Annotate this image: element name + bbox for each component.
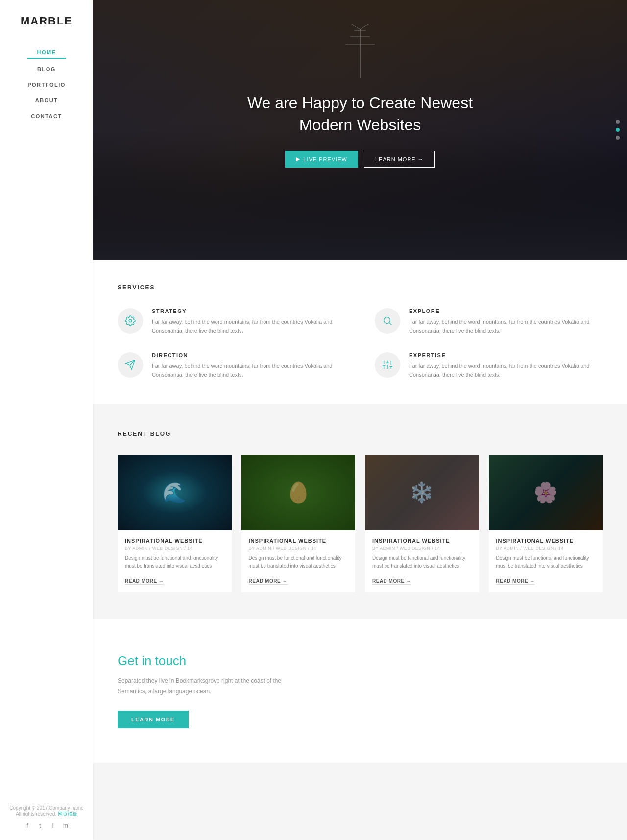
service-text: EXPLORE Far far away, behind the word mo… <box>409 308 603 335</box>
blog-card: 🥚 INSPIRATIONAL WEBSITE BY ADMIN / WEB D… <box>241 455 356 592</box>
blog-card-title: INSPIRATIONAL WEBSITE <box>125 538 224 544</box>
blog-card-title: INSPIRATIONAL WEBSITE <box>372 538 472 544</box>
contact-section: Get in touch Separated they live in Book… <box>93 619 627 763</box>
services-grid: STRATEGY Far far away, behind the word m… <box>118 308 603 379</box>
blog-title: RECENT BLOG <box>118 431 603 437</box>
service-text: EXPERTISE Far far away, behind the word … <box>409 352 603 379</box>
svg-line-4 <box>350 24 360 29</box>
live-preview-button[interactable]: ▶ LIVE PREVIEW <box>285 151 358 168</box>
site-logo: MARBLE <box>21 15 72 27</box>
hero-section: We are Happy to Create Newest Modern Web… <box>93 0 627 260</box>
service-title: EXPLORE <box>409 308 603 314</box>
read-more-link[interactable]: READ MORE → <box>125 578 164 585</box>
blog-image-1: 🌊 <box>118 455 232 530</box>
svg-point-6 <box>129 319 132 322</box>
read-more-link[interactable]: READ MORE → <box>249 578 288 585</box>
hero-dot-1[interactable] <box>616 120 620 124</box>
blog-card-desc: Design must be functional and functional… <box>249 554 348 570</box>
service-desc: Far far away, behind the word mountains,… <box>152 362 345 379</box>
blog-card-meta: BY ADMIN / WEB DESIGN / 14 <box>372 546 472 551</box>
play-icon: ▶ <box>296 156 300 162</box>
blog-image-4: 🌸 <box>489 455 603 530</box>
service-title: EXPERTISE <box>409 352 603 358</box>
services-section: SERVICES STRATEGY Far far away, behind t… <box>93 260 627 404</box>
sidebar-item-contact[interactable]: CONTACT <box>27 111 66 121</box>
blog-card-meta: BY ADMIN / WEB DESIGN / 14 <box>125 546 224 551</box>
hero-content: We are Happy to Create Newest Modern Web… <box>238 92 482 168</box>
paper-plane-icon <box>118 352 143 378</box>
contact-desc: Separated they live in Bookmarksgrove ri… <box>118 676 294 696</box>
blog-image-3: ❄️ <box>365 455 479 530</box>
service-title: DIRECTION <box>152 352 345 358</box>
blog-card-desc: Design must be functional and functional… <box>372 554 472 570</box>
read-more-link[interactable]: READ MORE → <box>372 578 411 585</box>
sidebar-item-home[interactable]: HOME <box>27 47 66 59</box>
service-text: DIRECTION Far far away, behind the word … <box>152 352 345 379</box>
antenna-decoration <box>340 20 380 78</box>
hero-dot-3[interactable] <box>616 136 620 140</box>
hero-buttons: ▶ LIVE PREVIEW LEARN MORE → <box>238 151 482 168</box>
sidebar-item-blog[interactable]: BLOG <box>27 64 66 74</box>
blog-card-title: INSPIRATIONAL WEBSITE <box>249 538 348 544</box>
blog-card: ❄️ INSPIRATIONAL WEBSITE BY ADMIN / WEB … <box>365 455 479 592</box>
sliders-icon <box>375 352 400 378</box>
service-desc: Far far away, behind the word mountains,… <box>152 318 345 335</box>
blog-card-body: INSPIRATIONAL WEBSITE BY ADMIN / WEB DES… <box>489 530 603 592</box>
service-title: STRATEGY <box>152 308 345 314</box>
read-more-link[interactable]: READ MORE → <box>496 578 535 585</box>
blog-card-body: INSPIRATIONAL WEBSITE BY ADMIN / WEB DES… <box>118 530 232 592</box>
blog-card: 🌊 INSPIRATIONAL WEBSITE BY ADMIN / WEB D… <box>118 455 232 592</box>
service-item-expertise: EXPERTISE Far far away, behind the word … <box>375 352 603 379</box>
service-item-direction: DIRECTION Far far away, behind the word … <box>118 352 345 379</box>
blog-card-body: INSPIRATIONAL WEBSITE BY ADMIN / WEB DES… <box>241 530 356 592</box>
blog-card: 🌸 INSPIRATIONAL WEBSITE BY ADMIN / WEB D… <box>489 455 603 592</box>
service-item-strategy: STRATEGY Far far away, behind the word m… <box>118 308 345 335</box>
blog-card-body: INSPIRATIONAL WEBSITE BY ADMIN / WEB DES… <box>365 530 479 592</box>
blog-section: RECENT BLOG 🌊 INSPIRATIONAL WEBSITE BY A… <box>93 404 627 619</box>
sidebar: MARBLE HOMEBLOGPORTFOLIOABOUTCONTACT Cop… <box>0 0 93 763</box>
contact-title: Get in touch <box>118 653 603 669</box>
blog-card-desc: Design must be functional and functional… <box>496 554 596 570</box>
sidebar-nav: HOMEBLOGPORTFOLIOABOUTCONTACT <box>27 47 66 126</box>
service-desc: Far far away, behind the word mountains,… <box>409 362 603 379</box>
service-text: STRATEGY Far far away, behind the word m… <box>152 308 345 335</box>
sidebar-item-about[interactable]: ABOUT <box>27 95 66 106</box>
svg-line-5 <box>360 24 370 29</box>
main-content: We are Happy to Create Newest Modern Web… <box>93 0 627 763</box>
gear-icon <box>118 308 143 334</box>
blog-card-meta: BY ADMIN / WEB DESIGN / 14 <box>496 546 596 551</box>
blog-card-title: INSPIRATIONAL WEBSITE <box>496 538 596 544</box>
services-title: SERVICES <box>118 284 603 291</box>
blog-image-2: 🥚 <box>241 455 356 530</box>
search-icon <box>375 308 400 334</box>
svg-line-8 <box>389 323 391 325</box>
learn-more-button[interactable]: LEARN MORE → <box>364 151 435 168</box>
blog-grid: 🌊 INSPIRATIONAL WEBSITE BY ADMIN / WEB D… <box>118 455 603 592</box>
blog-card-meta: BY ADMIN / WEB DESIGN / 14 <box>249 546 348 551</box>
contact-learn-more-button[interactable]: LEARN MORE <box>118 711 189 728</box>
hero-dots <box>616 120 620 140</box>
blog-card-desc: Design must be functional and functional… <box>125 554 224 570</box>
service-desc: Far far away, behind the word mountains,… <box>409 318 603 335</box>
hero-dot-2[interactable] <box>616 128 620 132</box>
service-item-explore: EXPLORE Far far away, behind the word mo… <box>375 308 603 335</box>
sidebar-item-portfolio[interactable]: PORTFOLIO <box>27 79 66 90</box>
svg-point-7 <box>384 317 390 324</box>
hero-title: We are Happy to Create Newest Modern Web… <box>238 92 482 136</box>
